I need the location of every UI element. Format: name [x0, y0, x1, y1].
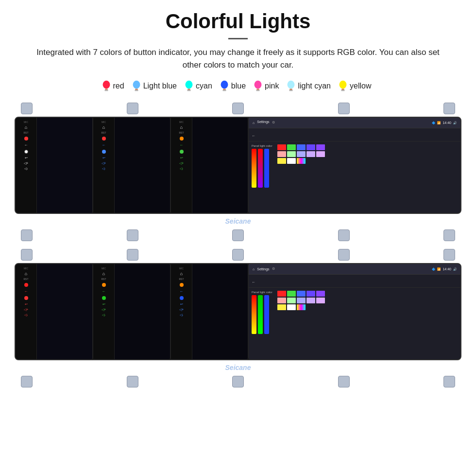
swatch-lavender [316, 151, 325, 157]
cyan-label: cyan [196, 82, 212, 90]
swatch-red [277, 144, 286, 150]
bracket-tm1 [127, 103, 138, 114]
power-indicator-2 [102, 137, 106, 141]
screen-content-area-b: Panel light color [249, 288, 460, 359]
color-item-blue: blue [219, 80, 250, 92]
speaker-icon-b: 🔊 [453, 267, 457, 271]
power-indicator-3 [180, 137, 184, 141]
pink-bulb-icon [253, 80, 263, 92]
title-divider [228, 38, 248, 39]
wifi-icon-b: 📶 [437, 267, 441, 271]
pink-label: pink [265, 82, 279, 90]
swatch-purple [316, 144, 325, 150]
bracket-b-br [443, 376, 455, 387]
page-title: Colorful Lights [15, 10, 461, 33]
yellow-label: yellow [350, 82, 371, 90]
svg-point-15 [288, 81, 295, 89]
svg-rect-14 [256, 90, 259, 91]
swatch-lavender-b [316, 298, 325, 303]
svg-rect-2 [104, 90, 108, 91]
color-item-lightcyan: light cyan [286, 80, 335, 92]
bracket-tr [443, 103, 455, 114]
status-bar: ⌂ Settings ⚙ 🔷 📶 14:40 🔊 [249, 118, 460, 128]
swatch-green-light-b [287, 298, 296, 303]
swatch-yellow [277, 158, 286, 164]
bar-blue-b [264, 295, 269, 334]
bar-purple [258, 149, 263, 188]
swatch-rainbow-b [297, 304, 306, 310]
bracket-b-tr [443, 249, 455, 261]
back-button-area[interactable]: ← [249, 128, 460, 141]
swatch-blue [297, 144, 306, 150]
bar-red [252, 149, 256, 188]
svg-rect-13 [256, 88, 259, 90]
wifi-icon: 📶 [437, 121, 441, 124]
yellow-bulb-icon [338, 80, 348, 92]
swatch-lilac-b [306, 298, 315, 303]
swatch-green-light [287, 151, 296, 157]
color-bars-bottom [252, 295, 272, 334]
bluetooth-icon-b: 🔷 [432, 267, 435, 271]
home-indicator-3b [180, 296, 184, 300]
color-legend: red Light blue cyan [15, 80, 461, 92]
svg-rect-4 [135, 88, 138, 90]
device-panel-2b: MIC ⌂ RST ← ↩ ◁+ ◁- [93, 264, 171, 359]
bracket-br [443, 229, 455, 241]
svg-rect-17 [289, 90, 293, 91]
swatch-green-b [287, 291, 296, 297]
home-indicator-1b [24, 296, 28, 300]
svg-rect-1 [105, 88, 108, 90]
side-panel-2: MIC ⌂ RST ← ↩ ◁+ ◁- [93, 118, 115, 213]
device-panel-1b: MIC ⌂ RST ← ↩ ◁+ ◁- [16, 264, 93, 359]
swatch-pink-light-b [277, 298, 286, 303]
bracket-b-tm3 [338, 249, 350, 261]
device-panel-3b: MIC ⌂ RST ← ↩ ◁+ ◁- [171, 264, 249, 359]
swatch-blue-light [297, 151, 306, 157]
panel-light-label-top: Panel light color [252, 144, 272, 147]
bracket-bm3 [338, 229, 350, 241]
svg-rect-5 [135, 90, 138, 91]
color-item-cyan: cyan [184, 80, 216, 92]
top-device-section: MIC ⌂ RST ← ↩ ◁+ ◁- MIC [15, 101, 461, 389]
side-panel-3: MIC ⌂ RST ← ↩ ◁+ ◁- [171, 118, 192, 213]
lightblue-label: Light blue [143, 82, 177, 90]
svg-point-12 [255, 81, 262, 89]
svg-rect-19 [341, 88, 344, 90]
main-settings-panel-b: ⌂ Settings ⚙ 🔷 📶 14:40 🔊 ← [249, 264, 460, 359]
swatch-white-b [287, 304, 296, 310]
left-color-section: Panel light color [252, 144, 272, 210]
swatch-rainbow [297, 158, 306, 164]
screen-dark-1 [37, 118, 92, 213]
panel-light-label-bottom: Panel light color [252, 291, 272, 294]
bar-red-b [252, 295, 256, 334]
lightblue-bulb-icon [131, 80, 142, 92]
swatch-violet [306, 144, 315, 150]
svg-point-9 [221, 81, 228, 89]
status-bar-b: ⌂ Settings ⚙ 🔷 📶 14:40 🔊 [249, 264, 460, 275]
svg-point-6 [186, 81, 193, 89]
bluetooth-icon: 🔷 [432, 121, 435, 124]
bracket-b-tl [21, 249, 33, 261]
swatch-yellow-b [277, 304, 286, 310]
power-indicator-2b [102, 283, 106, 287]
screen-dark-2b [115, 264, 170, 359]
swatch-blue-b [297, 291, 306, 297]
settings-title-top: Settings [257, 120, 269, 123]
swatch-pink-light [277, 151, 286, 157]
swatch-green [287, 144, 296, 150]
home-indicator-2b [102, 296, 106, 300]
settings-title-bottom: Settings [257, 267, 269, 271]
time-display: 14:40 [442, 121, 451, 124]
bracket-b-bm3 [338, 376, 350, 387]
svg-rect-16 [290, 88, 293, 90]
back-button-area-b[interactable]: ← [249, 275, 460, 288]
svg-rect-11 [222, 90, 226, 91]
screen-dark-1b [37, 264, 92, 359]
bracket-bm1 [127, 229, 138, 241]
bracket-b-bl [21, 376, 33, 387]
blue-label: blue [231, 82, 246, 90]
speaker-icon: 🔊 [453, 121, 457, 124]
power-indicator-1b [24, 283, 28, 287]
bracket-b-tm2 [232, 249, 244, 261]
home-indicator-1 [24, 150, 28, 154]
